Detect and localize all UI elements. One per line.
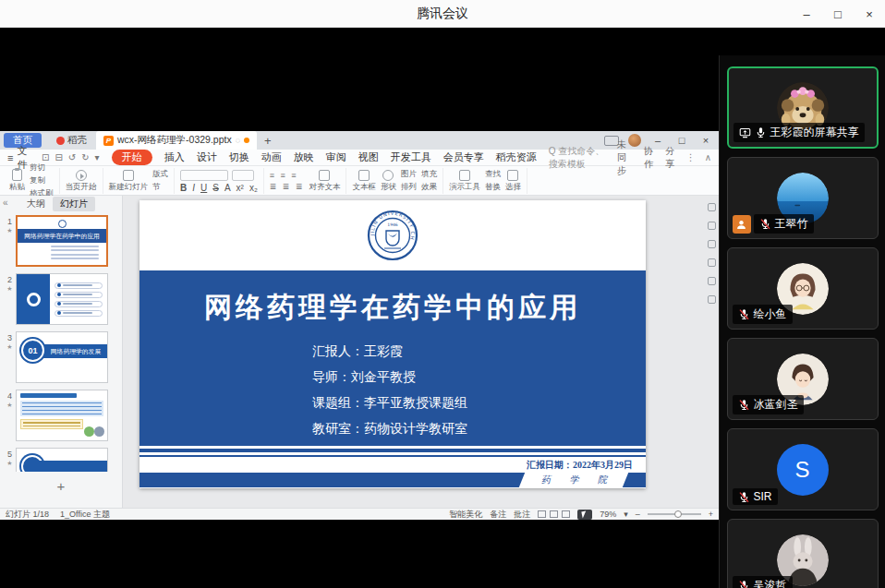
select-button[interactable]: 选择 — [505, 170, 521, 193]
menu-animation[interactable]: 动画 — [261, 150, 282, 164]
menu-transition[interactable]: 切换 — [229, 150, 249, 164]
zoom-slider[interactable] — [648, 513, 701, 515]
menu-view[interactable]: 视图 — [358, 150, 379, 164]
bold-button[interactable]: B — [180, 183, 187, 193]
new-tab-button[interactable]: + — [264, 134, 272, 148]
zoom-level[interactable]: 79% — [600, 510, 616, 519]
print-icon[interactable]: ⊟ — [55, 152, 62, 162]
unsaved-dot-icon — [244, 138, 249, 143]
quick-access-toolbar[interactable]: ⊡ ⊟ ↺ ↻ ▾ — [42, 152, 100, 162]
comments-button[interactable]: 批注 — [514, 509, 530, 521]
slide-reporter: 汇报人：王彩霞 — [312, 339, 646, 365]
minimize-button[interactable]: – — [791, 0, 822, 28]
menu-home[interactable]: 开始 — [112, 150, 152, 165]
file-menu[interactable]: ≡ 文件 — [7, 144, 30, 172]
slide-thumbnail-3[interactable]: 01 网络药理学的发展 — [16, 331, 108, 383]
replace-button[interactable]: 替换 — [485, 182, 501, 193]
participant-tile[interactable]: 绘小鱼 — [727, 247, 879, 330]
tab-close-icon[interactable]: ◌ — [236, 136, 240, 145]
zoom-out-button[interactable]: – — [636, 510, 640, 519]
undo-icon[interactable]: ↺ — [68, 152, 76, 162]
strikethrough-button[interactable]: S — [212, 183, 219, 193]
current-slide[interactable]: JILIN UNIVERSITY CHINA 1946 网络药理学在药学中的应用 — [139, 200, 646, 488]
command-search-input[interactable]: Q 查找命令、搜索模板 — [549, 145, 608, 171]
menu-insert[interactable]: 插入 — [164, 150, 185, 164]
align-text-button[interactable]: 对齐文本 — [309, 170, 340, 193]
beautify-button[interactable]: 智能美化 — [449, 509, 482, 521]
textbox-button[interactable]: 文本框 — [352, 170, 376, 193]
underline-button[interactable]: U — [200, 183, 207, 193]
cut-button[interactable]: 剪切 — [30, 162, 54, 174]
paste-button[interactable]: 粘贴 — [9, 169, 25, 193]
play-from-page-button[interactable]: 当页开始 — [66, 170, 97, 193]
more-menu-icon[interactable]: ⋮ — [686, 152, 696, 162]
menu-docer-res[interactable]: 稻壳资源 — [496, 150, 537, 164]
menu-design[interactable]: 设计 — [197, 150, 217, 164]
participant-tile[interactable]: 王翠竹 — [727, 157, 879, 239]
view-switcher[interactable] — [538, 510, 570, 518]
close-button[interactable]: × — [854, 0, 885, 28]
list-buttons[interactable]: ≡ ≡ ≡ — [270, 171, 305, 180]
tool-icon — [708, 277, 716, 285]
slide-thumbnail-5[interactable] — [16, 448, 108, 472]
font-color-button[interactable]: A — [224, 183, 231, 193]
presentation-tools-button[interactable]: 演示工具 — [449, 170, 480, 193]
subscript-button[interactable]: x₂ — [249, 183, 258, 193]
hamburger-icon: ≡ — [7, 152, 13, 163]
cloud-sync-status[interactable]: 未同步 — [617, 138, 635, 177]
side-tool-strip[interactable] — [705, 203, 718, 304]
shapes-button[interactable]: 形状 — [381, 170, 396, 193]
copy-button[interactable]: 复制 — [30, 175, 54, 186]
pointer-mode-button[interactable] — [577, 510, 592, 520]
italic-button[interactable]: I — [192, 183, 195, 193]
participant-tile[interactable]: 冰蓝剑圣 — [727, 338, 879, 420]
participant-tile[interactable]: S SIR — [727, 428, 879, 510]
theme-name: 1_Office 主题 — [60, 509, 110, 521]
notes-button[interactable]: 备注 — [490, 509, 506, 521]
menu-devtools[interactable]: 开发工具 — [391, 150, 431, 164]
layout-button[interactable]: 版式 — [152, 169, 168, 180]
superscript-button[interactable]: x² — [236, 183, 244, 193]
picture-button[interactable]: 图片 — [401, 169, 417, 180]
redo-icon[interactable]: ↻ — [81, 152, 89, 162]
sorter-view-icon — [550, 510, 558, 518]
fill-button[interactable]: 填充 — [421, 169, 437, 180]
shapes-icon — [382, 170, 394, 181]
section-button[interactable]: 节 — [152, 182, 168, 193]
collaborate-button[interactable]: 协作 — [644, 145, 656, 171]
document-tab[interactable]: P wcx-网络药理学-0329.pptx ◌ — [96, 131, 257, 150]
thumbnail-row-5: 5 ★ — [4, 448, 120, 472]
qa-caret-icon[interactable]: ▾ — [95, 152, 100, 162]
effect-button[interactable]: 效果 — [421, 182, 437, 193]
menu-member[interactable]: 会员专享 — [443, 150, 484, 164]
share-button[interactable]: 分享 — [665, 145, 677, 171]
add-slide-button[interactable]: + — [0, 478, 122, 494]
transition-star-icon: ★ — [4, 401, 16, 410]
align-buttons[interactable]: ≣ ≣ ≣ — [270, 182, 305, 191]
tencent-meeting-window: 腾讯会议 – □ × 首页 稻壳 P — [0, 0, 885, 588]
slide-thumbnail-4[interactable] — [16, 390, 108, 441]
font-family-select[interactable] — [180, 170, 228, 181]
menu-review[interactable]: 审阅 — [326, 150, 346, 164]
participant-tile[interactable]: 吴浚哲 — [727, 519, 879, 588]
zoom-knob[interactable] — [674, 510, 682, 518]
slide-thumbnail-2[interactable] — [16, 273, 108, 325]
slide-thumbnail-1[interactable]: 网络药理学在药学中的应用 — [16, 215, 108, 267]
participant-label: 吴浚哲 — [733, 576, 793, 588]
collapse-panel-icon[interactable]: « — [3, 198, 8, 208]
find-button[interactable]: 查找 — [485, 169, 501, 180]
save-icon[interactable]: ⊡ — [42, 152, 49, 162]
slide-canvas-area[interactable]: JILIN UNIVERSITY CHINA 1946 网络药理学在药学中的应用 — [123, 196, 719, 508]
collapse-ribbon-icon[interactable]: ∧ — [705, 152, 711, 162]
arrange-button[interactable]: 排列 — [401, 182, 417, 193]
wps-docer-tab[interactable]: 稻壳 — [47, 131, 96, 150]
zoom-caret-icon[interactable]: ▾ — [624, 510, 628, 519]
tab-outline[interactable]: 大纲 — [27, 198, 45, 210]
zoom-in-button[interactable]: + — [709, 510, 713, 519]
participant-tile-sharing[interactable]: 王彩霞的屏幕共享 — [727, 66, 879, 149]
font-size-select[interactable] — [232, 170, 254, 181]
tab-slides[interactable]: 幻灯片 — [53, 197, 95, 211]
new-slide-button[interactable]: 新建幻灯片 — [109, 170, 149, 193]
menu-slideshow[interactable]: 放映 — [294, 150, 314, 164]
maximize-button[interactable]: □ — [822, 0, 854, 28]
